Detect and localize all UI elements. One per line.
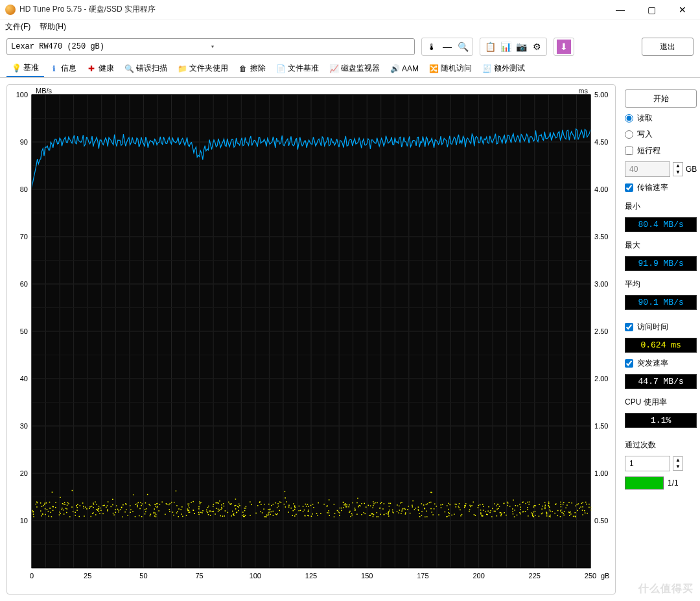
svg-rect-369 bbox=[343, 507, 344, 508]
svg-rect-643 bbox=[584, 510, 585, 512]
svg-rect-433 bbox=[93, 502, 94, 504]
svg-rect-548 bbox=[532, 515, 533, 517]
read-radio[interactable]: 读取 bbox=[625, 113, 697, 124]
svg-rect-616 bbox=[186, 515, 187, 516]
svg-rect-320 bbox=[373, 501, 374, 502]
drive-label: Lexar RW470 (250 gB) bbox=[11, 42, 211, 51]
svg-rect-188 bbox=[178, 516, 179, 517]
svg-rect-275 bbox=[130, 512, 131, 513]
close-button[interactable]: ✕ bbox=[668, 1, 697, 19]
svg-rect-729 bbox=[189, 504, 190, 505]
svg-rect-767 bbox=[69, 516, 71, 517]
write-radio[interactable]: 写入 bbox=[625, 129, 697, 140]
copy-icon[interactable]: 📋 bbox=[483, 40, 497, 54]
menu-file[interactable]: 文件(F) bbox=[5, 21, 30, 32]
tab-info[interactable]: ℹ信息 bbox=[44, 60, 82, 77]
shortstroke-check[interactable]: 短行程 bbox=[625, 145, 697, 156]
svg-rect-325 bbox=[36, 506, 38, 508]
svg-rect-155 bbox=[514, 510, 515, 511]
svg-rect-151 bbox=[520, 506, 522, 508]
burst-check[interactable]: 突发速率 bbox=[625, 358, 697, 369]
svg-text:250: 250 bbox=[585, 572, 596, 580]
bulb-icon: 💡 bbox=[12, 64, 21, 73]
up-arrow-icon[interactable]: ▲ bbox=[673, 163, 682, 169]
exit-button[interactable]: 退出 bbox=[642, 38, 694, 56]
svg-rect-467 bbox=[245, 508, 246, 509]
tab-benchmark[interactable]: 💡基准 bbox=[6, 60, 44, 77]
svg-rect-427 bbox=[207, 507, 209, 508]
svg-rect-560 bbox=[228, 512, 229, 513]
svg-rect-626 bbox=[107, 510, 108, 512]
svg-rect-530 bbox=[434, 504, 436, 505]
svg-rect-109 bbox=[527, 509, 528, 510]
svg-rect-510 bbox=[288, 506, 290, 508]
svg-rect-699 bbox=[40, 510, 41, 512]
svg-rect-592 bbox=[33, 513, 34, 515]
svg-rect-663 bbox=[48, 511, 49, 512]
tab-random[interactable]: 🔀随机访问 bbox=[424, 60, 477, 77]
tab-aam[interactable]: 🔊AAM bbox=[385, 62, 424, 76]
svg-rect-769 bbox=[501, 513, 502, 514]
svg-rect-423 bbox=[271, 505, 272, 506]
tab-erase[interactable]: 🗑擦除 bbox=[233, 60, 271, 77]
svg-rect-350 bbox=[384, 514, 385, 515]
svg-rect-200 bbox=[542, 506, 543, 507]
svg-rect-389 bbox=[488, 506, 489, 508]
chart-icon[interactable]: 📊 bbox=[498, 40, 513, 54]
maximize-button[interactable]: ▢ bbox=[636, 1, 666, 19]
svg-rect-608 bbox=[154, 513, 155, 514]
svg-rect-205 bbox=[429, 502, 430, 504]
svg-text:100: 100 bbox=[16, 91, 28, 99]
svg-rect-593 bbox=[373, 516, 374, 517]
access-check[interactable]: 访问时间 bbox=[625, 322, 697, 333]
camera-icon[interactable]: 📷 bbox=[514, 40, 528, 54]
drive-select[interactable]: Lexar RW470 (250 gB) ▾ bbox=[6, 38, 415, 55]
svg-rect-768 bbox=[377, 512, 378, 513]
save-icon[interactable]: ⬇ bbox=[557, 40, 571, 54]
tab-folderusage[interactable]: 📁文件夹使用 bbox=[172, 60, 233, 77]
svg-text:2.00: 2.00 bbox=[594, 375, 608, 383]
minimize-button[interactable]: — bbox=[605, 1, 635, 19]
passes-spinner[interactable]: 1 ▲▼ bbox=[625, 456, 697, 471]
tab-filebench[interactable]: 📄文件基准 bbox=[271, 60, 324, 77]
svg-rect-363 bbox=[426, 511, 427, 512]
svg-rect-406 bbox=[60, 513, 61, 515]
svg-rect-169 bbox=[277, 513, 278, 515]
svg-rect-717 bbox=[93, 507, 94, 508]
svg-rect-497 bbox=[561, 510, 562, 511]
svg-rect-539 bbox=[345, 506, 347, 508]
start-button[interactable]: 开始 bbox=[625, 89, 697, 108]
svg-rect-448 bbox=[448, 509, 449, 510]
svg-rect-219 bbox=[312, 504, 314, 505]
up-arrow-icon[interactable]: ▲ bbox=[673, 457, 682, 464]
svg-rect-229 bbox=[99, 506, 100, 507]
menu-help[interactable]: 帮助(H) bbox=[40, 21, 66, 32]
down-arrow-icon[interactable]: ▼ bbox=[673, 464, 682, 470]
svg-rect-679 bbox=[498, 508, 499, 510]
svg-rect-149 bbox=[89, 506, 91, 508]
svg-rect-464 bbox=[145, 502, 146, 504]
svg-rect-473 bbox=[404, 509, 406, 510]
svg-rect-804 bbox=[327, 506, 328, 508]
shortstroke-spinner[interactable]: 40 ▲▼ GB bbox=[625, 161, 697, 177]
tab-health[interactable]: ✚健康 bbox=[82, 60, 119, 77]
down-arrow-icon[interactable]: ▼ bbox=[673, 169, 682, 176]
svg-rect-416 bbox=[372, 507, 373, 508]
search-icon[interactable]: 🔍 bbox=[456, 40, 470, 54]
random-icon: 🔀 bbox=[429, 64, 438, 73]
tab-errorscan[interactable]: 🔍错误扫描 bbox=[119, 60, 172, 77]
svg-rect-340 bbox=[178, 508, 180, 510]
svg-rect-757 bbox=[509, 506, 511, 507]
thermometer-icon[interactable]: 🌡 bbox=[425, 40, 439, 54]
tab-extra[interactable]: 🧾额外测试 bbox=[477, 60, 530, 77]
svg-rect-126 bbox=[512, 508, 513, 510]
transfer-check[interactable]: 传输速率 bbox=[625, 182, 697, 193]
svg-rect-401 bbox=[268, 513, 269, 514]
tab-diskmon[interactable]: 📈磁盘监视器 bbox=[324, 60, 385, 77]
svg-rect-528 bbox=[273, 504, 274, 505]
gear-icon[interactable]: ⚙ bbox=[530, 40, 544, 54]
svg-rect-655 bbox=[541, 513, 542, 515]
svg-rect-527 bbox=[440, 504, 441, 506]
svg-text:200: 200 bbox=[472, 572, 484, 580]
svg-rect-686 bbox=[541, 508, 542, 510]
